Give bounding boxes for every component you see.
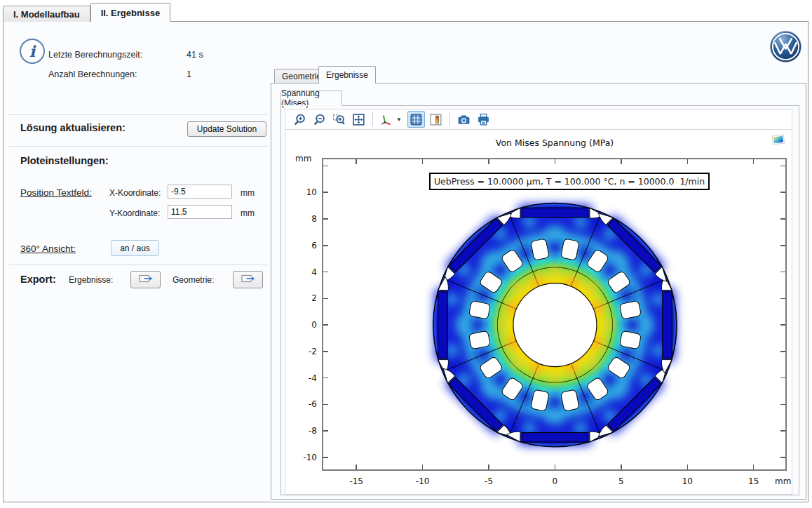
plot-annotation: UebPress = 10.0000 µm, T = 100.000 °C, n… [429,173,710,190]
x-coordinate-unit: mm [241,188,255,198]
toolbar-separator [449,112,450,126]
y-tick-label: -4 [309,373,317,383]
y-axis-unit-label: mm [295,154,311,163]
y-coordinate-label: Y-Koordinate: [109,208,160,218]
export-icon [139,274,153,286]
plot-tab-spannung-mises[interactable]: Spannung (Mises) [280,91,342,105]
x-tick-label: 0 [553,476,558,486]
divider [9,146,267,147]
export-heading: Export: [20,274,56,285]
graphics-tab-panel: Spannung (Mises) [271,83,806,500]
last-computation-value: 41 s [187,50,203,60]
camera-icon[interactable] [455,111,473,128]
y-coordinate-input[interactable] [168,205,232,219]
zoom-extents-icon[interactable] [350,111,367,128]
update-solution-heading: Lösung aktualisieren: [20,122,126,133]
y-tick-label: 8 [311,214,317,224]
graphics-toolbar: ▼ [285,109,792,129]
export-results-label: Ergebnisse: [69,275,113,285]
x-axis-unit-label: mm [775,476,791,486]
export-geometry-button[interactable] [233,271,263,288]
grid-icon[interactable] [407,111,425,128]
computation-count-value: 1 [187,69,191,79]
view-orientation-icon[interactable] [378,111,393,128]
export-geometry-label: Geometrie: [172,275,214,285]
view-orientation-dropdown-icon[interactable]: ▼ [396,116,402,123]
view360-toggle-button[interactable]: an / aus [111,240,159,256]
view360-label: 360° Ansicht: [20,243,76,254]
color-legend-icon[interactable] [427,111,445,128]
update-solution-button[interactable]: Update Solution [187,121,266,137]
x-tick-label: 15 [748,476,759,486]
print-icon[interactable] [475,111,492,128]
zoom-box-icon[interactable] [330,111,348,128]
x-tick-label: -5 [485,476,493,486]
x-coordinate-input[interactable] [168,185,232,199]
y-tick-label: -10 [303,453,317,462]
main-panel: i Letzte Berechnungszeit: 41 s Anzahl Be… [3,21,808,502]
position-textfield-label: Position Textfeld: [20,187,92,198]
plot-panel: ▼ [280,105,799,495]
computation-count-label: Anzahl Berechnungen: [48,69,137,79]
x-coordinate-label: X-Koordinate: [109,188,161,198]
y-tick-label: 0 [311,320,317,330]
y-coordinate-unit: mm [241,208,255,218]
last-computation-label: Letzte Berechnungszeit: [48,50,142,60]
tab-ergebnisse[interactable]: II. Ergebnisse [90,3,171,22]
x-tick-label: 10 [682,476,693,486]
divider [9,265,267,265]
tab-modellaufbau[interactable]: I. Modellaufbau [3,6,90,22]
x-tick-label: 5 [618,476,624,486]
toolbar-separator [372,112,373,126]
export-results-button[interactable] [130,271,161,288]
graphics-canvas[interactable]: Von Mises Spannung (MPa) mm UebPress = 1… [285,129,792,495]
y-tick-label: 4 [311,267,317,277]
y-tick-label: 10 [306,187,317,197]
application-window: I. Modellaufbau II. Ergebnisse i Letzte … [0,0,812,508]
y-tick-label: 2 [311,293,317,303]
info-icon: i [20,39,45,64]
rotor-stress-plot [323,159,785,469]
y-tick-label: 6 [311,241,317,250]
y-tick-label: -8 [309,426,317,436]
plot-axes-frame: UebPress = 10.0000 µm, T = 100.000 °C, n… [322,158,787,471]
x-tick-label: -10 [416,476,430,486]
vw-logo [769,30,802,66]
plot-title: Von Mises Spannung (MPa) [496,138,614,148]
zoom-out-icon[interactable] [311,111,328,128]
export-icon [241,274,255,286]
y-tick-label: -6 [309,399,317,409]
divider [9,114,267,115]
graphics-tab-ergebnisse[interactable]: Ergebnisse [318,66,376,83]
plot-group-icon [771,133,786,149]
main-tab-bar: I. Modellaufbau II. Ergebnisse [3,3,170,22]
y-tick-label: -2 [309,347,317,356]
plot-settings-heading: Ploteinstellungen: [20,155,109,166]
zoom-in-icon[interactable] [291,111,309,128]
x-tick-label: -15 [349,476,363,486]
